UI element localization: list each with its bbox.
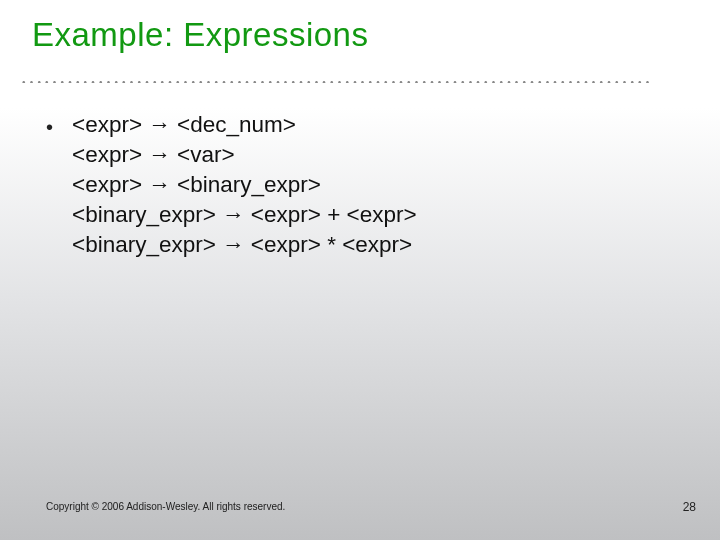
- bullet-item: • <expr> → <dec_num> <expr> → <var> <exp…: [46, 110, 666, 260]
- grammar-line: <binary_expr> → <expr> * <expr>: [72, 230, 417, 260]
- slide: Example: Expressions •••••••••••••••••••…: [0, 0, 720, 540]
- page-number: 28: [683, 500, 696, 514]
- grammar-line: <expr> → <dec_num>: [72, 110, 417, 140]
- grammar-line: <binary_expr> → <expr> + <expr>: [72, 200, 417, 230]
- copyright-text: Copyright © 2006 Addison-Wesley. All rig…: [46, 501, 285, 512]
- divider-dots: ••••••••••••••••••••••••••••••••••••••••…: [22, 77, 698, 83]
- slide-title: Example: Expressions: [32, 16, 368, 54]
- grammar-line: <expr> → <var>: [72, 140, 417, 170]
- grammar-lines: <expr> → <dec_num> <expr> → <var> <expr>…: [72, 110, 417, 260]
- grammar-line: <expr> → <binary_expr>: [72, 170, 417, 200]
- bullet-marker: •: [46, 110, 72, 142]
- slide-body: • <expr> → <dec_num> <expr> → <var> <exp…: [46, 110, 666, 260]
